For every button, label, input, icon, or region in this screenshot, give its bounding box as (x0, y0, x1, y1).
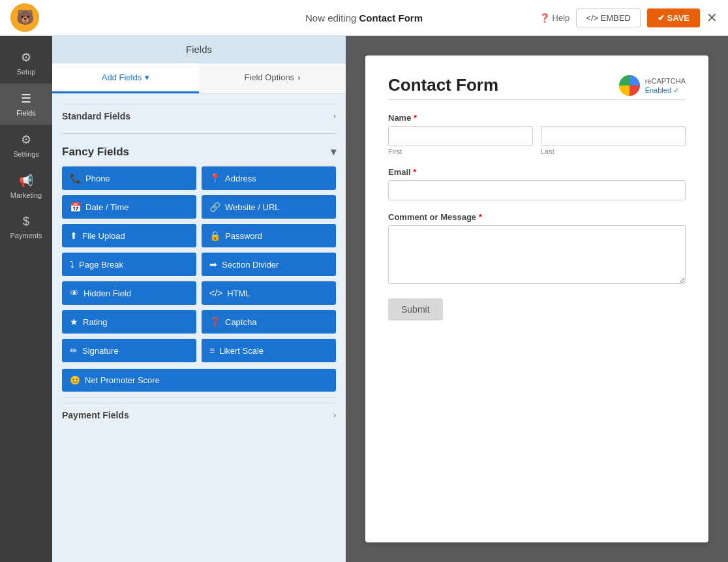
last-name-input[interactable] (541, 126, 686, 146)
net-promoter-score-button[interactable]: 😊 Net Promoter Score (62, 369, 336, 392)
add-fields-chevron: ▾ (145, 72, 149, 82)
first-name-sub: First (388, 148, 533, 155)
tab-add-fields[interactable]: Add Fields ▾ (52, 63, 199, 93)
tabs-row: Add Fields ▾ Field Options › (52, 63, 346, 94)
fancy-fields-chevron: ▾ (331, 146, 336, 158)
address-button[interactable]: 📍 Address (202, 166, 336, 190)
phone-label: Phone (85, 174, 110, 183)
recaptcha-status: Enabled ✓ (645, 86, 686, 95)
submit-button[interactable]: Submit (388, 298, 443, 320)
sidebar-item-settings[interactable]: ⚙ Settings (0, 125, 52, 166)
tab-field-options[interactable]: Field Options › (199, 63, 346, 93)
add-fields-label: Add Fields (102, 72, 142, 82)
page-break-button[interactable]: ⤵ Page Break (62, 253, 196, 276)
save-button[interactable]: ✔ SAVE (647, 8, 700, 27)
comment-field: Comment or Message * (388, 212, 686, 287)
form-name-title: Contact Form (359, 12, 423, 23)
editing-prefix: Now editing (305, 12, 356, 23)
close-button[interactable]: ✕ (706, 11, 718, 24)
address-icon: 📍 (209, 173, 220, 183)
date-time-button[interactable]: 📅 Date / Time (62, 195, 196, 219)
payment-fields-label: Payment Fields (62, 410, 129, 420)
sidebar-item-settings-label: Settings (13, 150, 39, 158)
question-icon: ❓ (539, 13, 550, 23)
payment-fields-chevron: › (333, 411, 336, 420)
section-divider-icon: ➡ (209, 259, 217, 270)
sidebar-left: ⚙ Setup ☰ Fields ⚙ Settings 📢 Marketing … (0, 36, 52, 562)
hidden-field-button[interactable]: 👁 Hidden Field (62, 281, 196, 305)
sidebar-item-fields[interactable]: ☰ Fields (0, 84, 52, 125)
payments-icon: $ (23, 215, 29, 228)
captcha-label: Captcha (225, 317, 256, 327)
first-name-input[interactable] (388, 126, 533, 146)
signature-label: Signature (82, 346, 119, 356)
captcha-button[interactable]: ❓ Captcha (202, 310, 336, 334)
hidden-field-label: Hidden Field (83, 289, 131, 298)
website-icon: 🔗 (209, 202, 220, 212)
likert-scale-button[interactable]: ≡ Likert Scale (202, 339, 336, 362)
website-url-label: Website / URL (225, 202, 280, 212)
page-break-icon: ⤵ (70, 259, 74, 270)
fields-header-label: Fields (186, 44, 212, 55)
hidden-field-icon: 👁 (70, 288, 79, 298)
file-upload-icon: ⬆ (70, 230, 78, 241)
name-last-col: Last (541, 126, 686, 155)
html-icon: </> (209, 288, 222, 298)
likert-scale-label: Likert Scale (219, 346, 264, 356)
fields-scroll[interactable]: Standard Fields › Fancy Fields ▾ 📞 Phone… (52, 94, 346, 562)
sidebar-item-setup-label: Setup (17, 68, 36, 76)
email-field: Email * (388, 167, 686, 200)
comment-textarea[interactable] (388, 225, 686, 284)
top-bar: 🐻 Now editing Contact Form ❓ Help </> EM… (0, 0, 728, 36)
section-divider-button[interactable]: ➡ Section Divider (202, 253, 336, 276)
sidebar-item-payments[interactable]: $ Payments (0, 207, 52, 247)
form-preview: reCAPTCHA Enabled ✓ Contact Form Name * … (365, 55, 708, 542)
top-bar-right: ❓ Help </> EMBED ✔ SAVE ✕ (539, 8, 718, 27)
phone-button[interactable]: 📞 Phone (62, 166, 196, 190)
standard-fields-section[interactable]: Standard Fields › (62, 104, 336, 128)
save-label: ✔ SAVE (658, 13, 690, 23)
main-layout: ⚙ Setup ☰ Fields ⚙ Settings 📢 Marketing … (0, 36, 728, 562)
top-bar-center: Now editing Contact Form (305, 12, 423, 23)
marketing-icon: 📢 (19, 174, 33, 188)
help-label: Help (553, 13, 570, 23)
password-icon: 🔒 (209, 230, 220, 241)
fields-panel: Fields Add Fields ▾ Field Options › Stan… (52, 36, 346, 562)
standard-fields-label: Standard Fields (62, 111, 130, 121)
help-button[interactable]: ❓ Help (539, 13, 570, 23)
address-label: Address (225, 174, 256, 183)
sidebar-item-setup[interactable]: ⚙ Setup (0, 42, 52, 84)
html-button[interactable]: </> HTML (202, 281, 336, 305)
fancy-fields-grid: 📞 Phone 📍 Address 📅 Date / Time 🔗 Websit… (62, 166, 336, 362)
standard-fields-chevron: › (333, 112, 336, 121)
last-name-sub: Last (541, 148, 686, 155)
signature-button[interactable]: ✏ Signature (62, 339, 196, 362)
page-break-label: Page Break (79, 260, 123, 270)
recaptcha-logo (619, 75, 640, 96)
rating-button[interactable]: ★ Rating (62, 310, 196, 334)
website-url-button[interactable]: 🔗 Website / URL (202, 195, 336, 219)
embed-button[interactable]: </> EMBED (576, 8, 641, 27)
content-area: reCAPTCHA Enabled ✓ Contact Form Name * … (346, 36, 728, 562)
recaptcha-text: reCAPTCHA Enabled ✓ (645, 76, 686, 95)
settings-icon: ⚙ (21, 133, 31, 147)
payment-fields-section[interactable]: Payment Fields › (62, 403, 336, 427)
rating-label: Rating (83, 317, 108, 327)
fancy-fields-label: Fancy Fields (62, 146, 129, 158)
file-upload-label: File Upload (82, 231, 125, 241)
file-upload-button[interactable]: ⬆ File Upload (62, 224, 196, 247)
name-field: Name * First Last (388, 113, 686, 155)
comment-label: Comment or Message * (388, 212, 686, 222)
sidebar-item-marketing[interactable]: 📢 Marketing (0, 166, 52, 207)
net-promoter-score-icon: 😊 (70, 375, 80, 385)
fancy-fields-header: Fancy Fields ▾ (62, 139, 336, 166)
divider-2 (62, 397, 336, 398)
sidebar-item-marketing-label: Marketing (10, 191, 42, 199)
submit-label: Submit (401, 304, 430, 315)
top-bar-left: 🐻 (10, 3, 39, 32)
email-input[interactable] (388, 180, 686, 200)
phone-icon: 📞 (70, 173, 81, 183)
password-button[interactable]: 🔒 Password (202, 224, 336, 247)
captcha-icon: ❓ (209, 317, 220, 327)
signature-icon: ✏ (70, 345, 78, 356)
